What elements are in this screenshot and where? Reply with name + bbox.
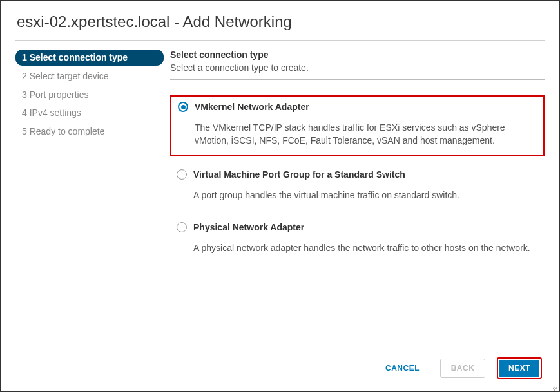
section-heading: Select connection type: [170, 50, 545, 60]
next-button[interactable]: NEXT: [497, 357, 542, 379]
main-panel: Select connection type Select a connecti…: [164, 47, 545, 270]
step-port-properties: 3 Port properties: [15, 87, 164, 103]
resize-handle-icon[interactable]: [550, 382, 557, 389]
option-vm-port-group[interactable]: Virtual Machine Port Group for a Standar…: [170, 164, 545, 209]
section-subheading: Select a connection type to create.: [170, 62, 545, 73]
radio-icon[interactable]: [177, 222, 187, 232]
option-physical-network-adapter[interactable]: Physical Network Adapter A physical netw…: [170, 217, 545, 262]
cancel-button[interactable]: CANCEL: [376, 359, 429, 378]
step-ipv4-settings: 4 IPv4 settings: [15, 105, 164, 121]
option-description: The VMkernel TCP/IP stack handles traffi…: [195, 121, 537, 147]
option-label: VMkernel Network Adapter: [195, 102, 309, 112]
dialog-title: esxi-02.xpertstec.local - Add Networking: [1, 1, 559, 40]
footer-buttons: CANCEL BACK NEXT: [376, 357, 542, 379]
content-area: 1 Select connection type 2 Select target…: [1, 41, 559, 270]
option-vmkernel-network-adapter[interactable]: VMkernel Network Adapter The VMkernel TC…: [170, 95, 545, 156]
step-ready-to-complete: 5 Ready to complete: [15, 124, 164, 140]
wizard-steps-sidebar: 1 Select connection type 2 Select target…: [15, 47, 164, 270]
back-button: BACK: [440, 359, 485, 378]
option-label: Physical Network Adapter: [193, 222, 304, 232]
step-select-target-device: 2 Select target device: [15, 68, 164, 84]
option-description: A physical network adapter handles the n…: [193, 241, 538, 254]
step-select-connection-type[interactable]: 1 Select connection type: [15, 50, 164, 66]
option-head: Physical Network Adapter: [177, 222, 538, 232]
option-label: Virtual Machine Port Group for a Standar…: [193, 169, 405, 180]
option-head: VMkernel Network Adapter: [178, 102, 537, 112]
radio-icon[interactable]: [177, 169, 187, 180]
section-divider: [170, 79, 545, 80]
option-head: Virtual Machine Port Group for a Standar…: [177, 169, 538, 180]
option-description: A port group handles the virtual machine…: [193, 189, 538, 201]
radio-icon[interactable]: [178, 102, 188, 112]
